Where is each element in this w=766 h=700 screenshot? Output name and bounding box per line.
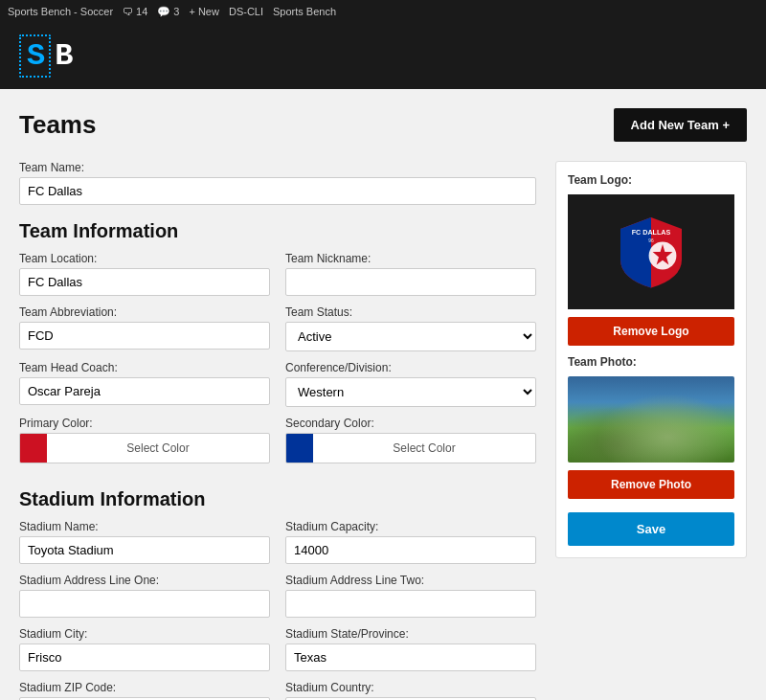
team-nickname-input[interactable] [285,268,536,296]
primary-color-select-label[interactable]: Select Color [47,441,269,455]
stadium-addr2-group: Stadium Address Line Two: [285,574,536,618]
team-location-label: Team Location: [19,252,270,265]
primary-color-group: Primary Color: Select Color [19,417,270,463]
fc-dallas-logo: FC DALLAS 96 [613,214,689,290]
sidebar-card: Team Logo: FC DALLAS 96 [555,161,747,558]
save-button[interactable]: Save [568,512,734,546]
stadium-city-group: Stadium City: [19,627,270,671]
stadium-addr2-label: Stadium Address Line Two: [285,574,536,587]
conference-select[interactable]: Western Eastern [285,377,536,407]
stadium-zip-group: Stadium ZIP Code: [19,681,270,700]
page-title: Teams [19,110,96,140]
team-info-grid: Team Location: Team Nickname: Team Abbre… [19,252,536,473]
add-new-team-button[interactable]: Add New Team + [614,108,747,142]
form-section: Team Name: Team Information Team Locatio… [19,161,536,700]
stadium-addr1-group: Stadium Address Line One: [19,574,270,618]
team-logo-label: Team Logo: [568,173,734,187]
primary-color-label: Primary Color: [19,417,270,430]
team-status-label: Team Status: [285,305,536,319]
svg-text:96: 96 [648,238,654,243]
team-name-input[interactable] [19,177,536,205]
secondary-color-group: Secondary Color: Select Color [285,417,536,463]
team-coach-input[interactable] [19,377,270,405]
team-coach-label: Team Head Coach: [19,361,270,374]
stadium-state-group: Stadium State/Province: [285,627,536,671]
topbar-sportsbench[interactable]: Sports Bench [273,6,336,17]
logo-b: B [55,38,73,74]
conference-group: Conference/Division: Western Eastern [285,361,536,407]
secondary-color-select-label[interactable]: Select Color [313,441,535,455]
team-status-select[interactable]: Active Inactive [285,322,536,351]
secondary-color-swatch [286,434,313,463]
page-header: Teams Add New Team + [19,108,747,142]
stadium-addr1-input[interactable] [19,590,270,618]
topbar-updates: 💬 3 [157,6,179,18]
primary-color-field[interactable]: Select Color [19,433,270,463]
remove-logo-button[interactable]: Remove Logo [568,317,734,346]
team-info-title: Team Information [19,220,536,242]
stadium-addr1-label: Stadium Address Line One: [19,574,270,587]
stadium-name-input[interactable] [19,536,270,564]
stadium-info-grid: Stadium Name: Stadium Capacity: Stadium … [19,520,536,700]
header: S B [0,23,766,89]
remove-photo-button[interactable]: Remove Photo [568,470,734,499]
main-layout: Team Name: Team Information Team Locatio… [19,161,747,700]
stadium-capacity-input[interactable] [285,536,536,564]
top-bar: Sports Bench - Soccer 🗨 14 💬 3 + New DS-… [0,0,766,23]
team-photo-label: Team Photo: [568,355,734,369]
team-abbr-input[interactable] [19,322,270,350]
stadium-country-label: Stadium Country: [285,681,536,694]
svg-text:FC DALLAS: FC DALLAS [632,228,671,237]
topbar-app: Sports Bench - Soccer [8,6,113,17]
stadium-city-input[interactable] [19,644,270,671]
team-location-group: Team Location: [19,252,270,296]
primary-color-swatch [20,434,47,463]
team-photo [568,376,734,463]
topbar-comments: 🗨 14 [123,6,147,17]
logo: S B [19,34,73,78]
team-nickname-group: Team Nickname: [285,252,536,296]
team-abbr-label: Team Abbreviation: [19,305,270,319]
stadium-capacity-group: Stadium Capacity: [285,520,536,564]
stadium-name-group: Stadium Name: [19,520,270,564]
stadium-info-title: Stadium Information [19,488,536,510]
topbar-dscli[interactable]: DS-CLI [229,6,263,17]
stadium-zip-label: Stadium ZIP Code: [19,681,270,694]
stadium-name-label: Stadium Name: [19,520,270,533]
team-abbr-group: Team Abbreviation: [19,305,270,351]
stadium-country-group: Stadium Country: [285,681,536,700]
stadium-capacity-label: Stadium Capacity: [285,520,536,533]
logo-s: S [19,34,51,78]
conference-label: Conference/Division: [285,361,536,374]
stadium-state-input[interactable] [285,644,536,671]
team-name-group: Team Name: [19,161,536,205]
team-nickname-label: Team Nickname: [285,252,536,265]
topbar-new[interactable]: + New [189,6,219,17]
sidebar-section: Team Logo: FC DALLAS 96 [555,161,747,700]
team-coach-group: Team Head Coach: [19,361,270,407]
stadium-city-label: Stadium City: [19,627,270,641]
secondary-color-label: Secondary Color: [285,417,536,430]
stadium-addr2-input[interactable] [285,590,536,618]
secondary-color-field[interactable]: Select Color [285,433,536,463]
team-location-input[interactable] [19,268,270,296]
team-name-label: Team Name: [19,161,536,174]
stadium-state-label: Stadium State/Province: [285,627,536,641]
team-logo-container: FC DALLAS 96 [568,194,734,309]
team-photo-inner [568,376,734,463]
team-status-group: Team Status: Active Inactive [285,305,536,351]
page-wrapper: Teams Add New Team + Team Name: Team Inf… [0,89,766,700]
